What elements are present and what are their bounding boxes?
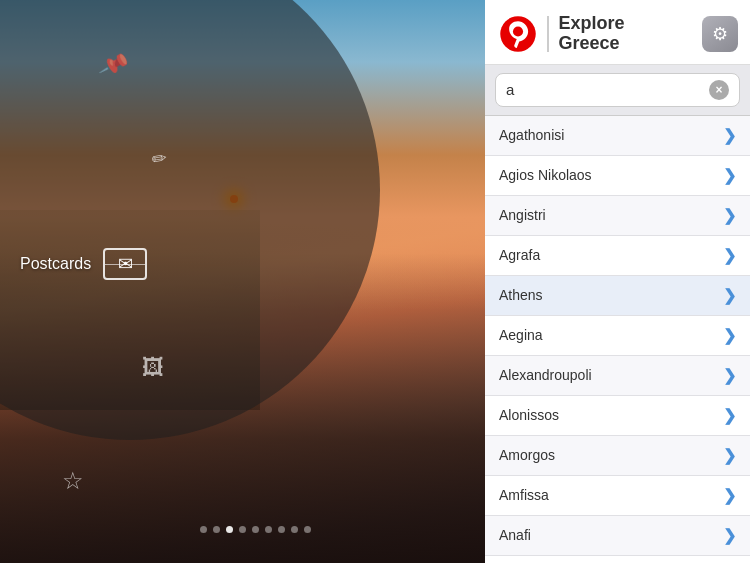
- list-item[interactable]: Andros❯: [485, 556, 750, 563]
- location-name: Anafi: [499, 527, 531, 543]
- list-item[interactable]: Alonissos❯: [485, 396, 750, 436]
- stamp-icon: 🖼: [142, 355, 164, 381]
- chevron-right-icon: ❯: [723, 326, 736, 345]
- postcards-label: Postcards: [20, 255, 91, 273]
- clear-icon: ×: [715, 84, 722, 96]
- dot-8: [291, 526, 298, 533]
- chevron-right-icon: ❯: [723, 366, 736, 385]
- location-name: Amfissa: [499, 487, 549, 503]
- pagination-dots: [200, 526, 311, 533]
- panel-header: Explore Greece ⚙: [485, 0, 750, 65]
- header-divider: [547, 16, 549, 52]
- list-item[interactable]: Amfissa❯: [485, 476, 750, 516]
- chevron-right-icon: ❯: [723, 166, 736, 185]
- mail-icon[interactable]: ✉: [103, 248, 147, 280]
- location-name: Agrafa: [499, 247, 540, 263]
- location-name: Alonissos: [499, 407, 559, 423]
- chevron-right-icon: ❯: [723, 406, 736, 425]
- location-name: Athens: [499, 287, 543, 303]
- dot-5: [252, 526, 259, 533]
- search-container: ×: [485, 65, 750, 116]
- list-item[interactable]: Agrafa❯: [485, 236, 750, 276]
- chevron-right-icon: ❯: [723, 486, 736, 505]
- list-item[interactable]: Athens❯: [485, 276, 750, 316]
- greece-text: Greece: [559, 34, 697, 54]
- chevron-right-icon: ❯: [723, 206, 736, 225]
- dot-6: [265, 526, 272, 533]
- dot-4: [239, 526, 246, 533]
- list-item[interactable]: Agios Nikolaos❯: [485, 156, 750, 196]
- location-name: Alexandroupoli: [499, 367, 592, 383]
- chevron-right-icon: ❯: [723, 126, 736, 145]
- search-box: ×: [495, 73, 740, 107]
- dot-1: [200, 526, 207, 533]
- list-item[interactable]: Amorgos❯: [485, 436, 750, 476]
- chevron-right-icon: ❯: [723, 526, 736, 545]
- search-input[interactable]: [506, 81, 709, 98]
- dot-7: [278, 526, 285, 533]
- right-panel: Explore Greece ⚙ × Agathonisi❯Agios Niko…: [485, 0, 750, 563]
- svg-point-1: [513, 26, 523, 36]
- mail-icon-shape: ✉: [118, 255, 133, 273]
- settings-button[interactable]: ⚙: [702, 16, 738, 52]
- location-name: Angistri: [499, 207, 546, 223]
- location-name: Aegina: [499, 327, 543, 343]
- location-name: Agios Nikolaos: [499, 167, 592, 183]
- gear-icon: ⚙: [712, 23, 728, 45]
- chevron-right-icon: ❯: [723, 246, 736, 265]
- vodafone-logo: [499, 15, 537, 53]
- list-item[interactable]: Alexandroupoli❯: [485, 356, 750, 396]
- explore-text: Explore: [559, 14, 697, 34]
- location-name: Amorgos: [499, 447, 555, 463]
- dot-3: [226, 526, 233, 533]
- list-item[interactable]: Agathonisi❯: [485, 116, 750, 156]
- app-title: Explore Greece: [559, 14, 697, 54]
- chevron-right-icon: ❯: [723, 286, 736, 305]
- list-item[interactable]: Aegina❯: [485, 316, 750, 356]
- chevron-right-icon: ❯: [723, 446, 736, 465]
- location-name: Agathonisi: [499, 127, 564, 143]
- clear-button[interactable]: ×: [709, 80, 729, 100]
- star-icon: ☆: [62, 467, 84, 495]
- dot-2: [213, 526, 220, 533]
- location-list: Agathonisi❯Agios Nikolaos❯Angistri❯Agraf…: [485, 116, 750, 563]
- list-item[interactable]: Angistri❯: [485, 196, 750, 236]
- list-item[interactable]: Anafi❯: [485, 516, 750, 556]
- dot-9: [304, 526, 311, 533]
- postcards-area[interactable]: Postcards ✉: [20, 248, 147, 280]
